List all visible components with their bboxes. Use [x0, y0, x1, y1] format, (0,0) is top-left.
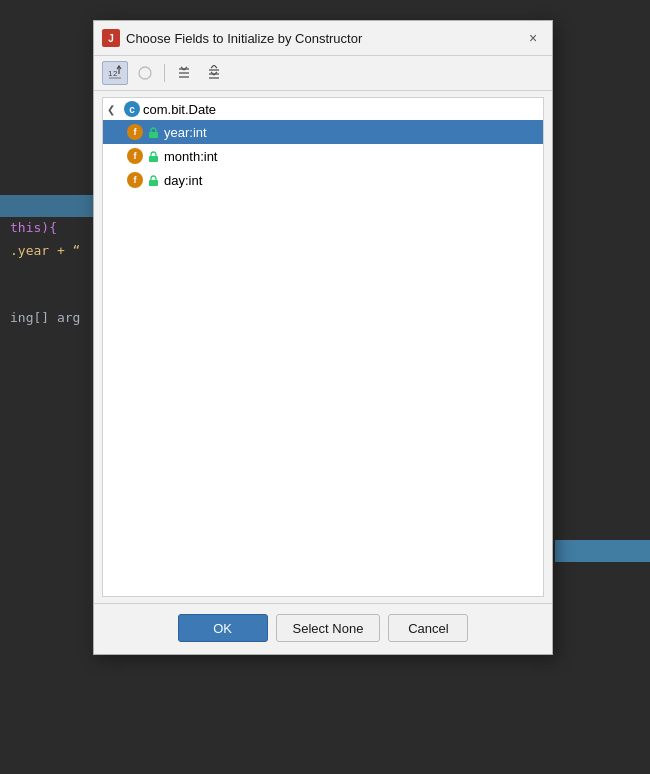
expand-all-button[interactable]: [171, 61, 197, 85]
close-button[interactable]: ×: [522, 27, 544, 49]
tree-root-row[interactable]: ❮ c com.bit.Date: [103, 98, 543, 120]
ok-button[interactable]: OK: [178, 614, 268, 642]
dialog-title: Choose Fields to Initialize by Construct…: [126, 31, 516, 46]
toolbar: 1 2: [94, 56, 552, 91]
day-label: day:int: [164, 173, 202, 188]
filter-button[interactable]: [132, 61, 158, 85]
field-icon-day: f: [127, 172, 143, 188]
svg-rect-12: [149, 156, 158, 162]
svg-point-4: [139, 67, 151, 79]
svg-rect-11: [149, 132, 158, 138]
sort-alpha-button[interactable]: 1 2: [102, 61, 128, 85]
collapse-all-button[interactable]: [201, 61, 227, 85]
app-icon: J: [102, 29, 120, 47]
root-chevron-icon: ❮: [107, 104, 121, 115]
lock-icon-day: [147, 174, 160, 187]
lock-icon-year: [147, 126, 160, 139]
field-icon-month: f: [127, 148, 143, 164]
month-label: month:int: [164, 149, 217, 164]
dialog: J Choose Fields to Initialize by Constru…: [93, 20, 553, 655]
tree-panel: ❮ c com.bit.Date f year:int f: [102, 97, 544, 597]
tree-row-day[interactable]: f day:int: [103, 168, 543, 192]
tree-row-month[interactable]: f month:int: [103, 144, 543, 168]
root-label: com.bit.Date: [143, 102, 216, 117]
field-icon-year: f: [127, 124, 143, 140]
svg-rect-13: [149, 180, 158, 186]
cancel-button[interactable]: Cancel: [388, 614, 468, 642]
svg-text:2: 2: [113, 69, 118, 78]
toolbar-separator-1: [164, 64, 165, 82]
class-icon: c: [124, 101, 140, 117]
select-none-button[interactable]: Select None: [276, 614, 381, 642]
button-bar: OK Select None Cancel: [94, 603, 552, 654]
lock-icon-month: [147, 150, 160, 163]
title-bar: J Choose Fields to Initialize by Constru…: [94, 21, 552, 56]
tree-row-year[interactable]: f year:int: [103, 120, 543, 144]
year-label: year:int: [164, 125, 207, 140]
